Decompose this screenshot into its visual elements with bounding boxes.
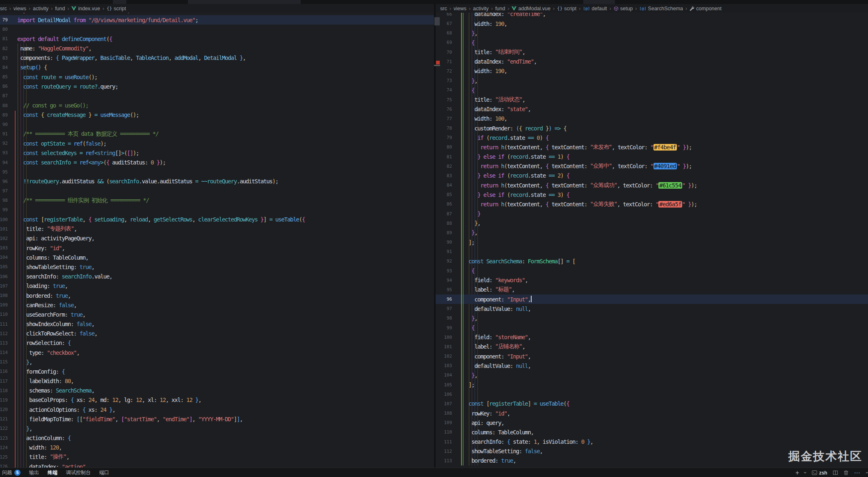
line-number[interactable]: 105	[436, 380, 452, 390]
line-number[interactable]: 113	[436, 456, 452, 466]
code-line-left-103[interactable]: 103rowKey: "id",	[0, 243, 434, 253]
scrollbar-thumb[interactable]	[434, 17, 440, 25]
line-number[interactable]: 84	[436, 180, 452, 190]
code-line-right-97[interactable]: 97defaultValue: null,	[436, 304, 868, 313]
code-line-left-122[interactable]: 122},	[0, 424, 434, 433]
panel-tab-终端[interactable]: 终端	[48, 469, 57, 476]
code-line-right-111[interactable]: 111searchInfo: { state: 1, isViolation: …	[436, 437, 868, 447]
code-line-left-106[interactable]: 106searchInfo: searchInfo.value,	[0, 272, 434, 281]
code-line-left-116[interactable]: 116formConfig: {	[0, 367, 434, 376]
line-number[interactable]: 121	[0, 414, 8, 424]
code-line-right-94[interactable]: 94field: "keywords",	[436, 276, 868, 285]
line-number[interactable]: 79	[0, 15, 8, 25]
breadcrumb-item-component[interactable]: component	[690, 6, 722, 11]
breadcrumb-item-script[interactable]: {}script	[557, 6, 576, 11]
line-number[interactable]: 104	[0, 253, 8, 262]
line-number[interactable]: 111	[436, 437, 452, 447]
line-number[interactable]: 83	[436, 171, 452, 180]
breadcrumb-item-addmodal-vue[interactable]: addModal.vue	[512, 6, 550, 11]
line-number[interactable]: 122	[0, 424, 8, 433]
line-number[interactable]: 79	[436, 133, 452, 142]
line-number[interactable]: 81	[0, 34, 8, 43]
code-line-left-120[interactable]: 120actionColOptions: { xs: 24 },	[0, 405, 434, 414]
code-line-left-112[interactable]: 112clickToRowSelect: false,	[0, 329, 434, 338]
line-number[interactable]: 108	[436, 409, 452, 418]
line-number[interactable]: 77	[436, 114, 452, 123]
line-number[interactable]: 93	[0, 148, 8, 157]
breadcrumb-item-src[interactable]: src	[0, 6, 7, 11]
code-line-right-68[interactable]: 68},	[436, 28, 868, 38]
line-number[interactable]: 87	[436, 209, 452, 218]
line-number[interactable]: 88	[436, 219, 452, 228]
line-number[interactable]: 82	[436, 162, 452, 171]
code-line-right-71[interactable]: 71dataIndex: "endTime",	[436, 57, 868, 66]
code-line-right-98[interactable]: 98},	[436, 313, 868, 323]
line-number[interactable]: 107	[436, 399, 452, 409]
trash-button[interactable]	[843, 470, 849, 475]
code-line-left-89[interactable]: 89const { createMessage } = useMessage()…	[0, 110, 434, 120]
breadcrumb-item-activity[interactable]: activity	[473, 6, 489, 11]
line-number[interactable]: 112	[0, 329, 8, 338]
code-line-right-95[interactable]: 95label: "标题",	[436, 285, 868, 294]
code-line-right-76[interactable]: 76dataIndex: "state",	[436, 105, 868, 114]
code-line-left-107[interactable]: 107loading: true,	[0, 281, 434, 291]
line-number[interactable]: 86	[436, 199, 452, 209]
line-number[interactable]: 92	[436, 256, 452, 266]
code-line-right-90[interactable]: 90];	[436, 237, 868, 247]
code-line-left-111[interactable]: 111showIndexColumn: false,	[0, 319, 434, 329]
line-number[interactable]: 115	[0, 357, 8, 367]
code-line-right-79[interactable]: 79if (record.state == 0) {	[436, 133, 868, 142]
code-line-left-90[interactable]: 90	[0, 120, 434, 129]
code-line-left-102[interactable]: 102api: activityPageQuery,	[0, 234, 434, 243]
chevron-up-button[interactable]: ›	[866, 470, 867, 476]
code-line-right-69[interactable]: 69{	[436, 38, 868, 47]
line-number[interactable]: 89	[0, 110, 8, 120]
code-line-right-106[interactable]: 106	[436, 390, 868, 399]
line-number[interactable]: 98	[0, 196, 8, 205]
line-number[interactable]: 101	[436, 342, 452, 351]
line-number[interactable]: 93	[436, 266, 452, 275]
line-number[interactable]: 109	[0, 300, 8, 310]
line-number[interactable]: 109	[436, 418, 452, 427]
code-line-left-113[interactable]: 113rowSelection: {	[0, 338, 434, 348]
code-line-left-125[interactable]: 125title: "操作",	[0, 452, 434, 462]
line-number[interactable]: 73	[436, 76, 452, 85]
line-number[interactable]: 92	[0, 139, 8, 148]
panel-tab-问题[interactable]: 问题5	[2, 469, 21, 476]
line-number[interactable]: 90	[0, 120, 8, 129]
breadcrumb-item-setup[interactable]: setup	[614, 6, 633, 11]
line-number[interactable]: 81	[436, 152, 452, 161]
code-line-left-98[interactable]: 98/** ========== 组件实例 初始化 ========== */	[0, 196, 434, 205]
line-number[interactable]: 85	[0, 72, 8, 82]
code-line-left-93[interactable]: 93const selectedKeys = ref<string[]>([])…	[0, 148, 434, 157]
line-number[interactable]: 111	[0, 319, 8, 329]
code-line-right-83[interactable]: 83} else if (record.state == 2) {	[436, 171, 868, 180]
line-number[interactable]: 96	[0, 177, 8, 186]
line-number[interactable]: 84	[0, 63, 8, 72]
line-number[interactable]: 112	[436, 447, 452, 456]
line-number[interactable]: 99	[0, 205, 8, 215]
breadcrumb-item-fund[interactable]: fund	[495, 6, 505, 11]
line-number[interactable]: 106	[436, 390, 452, 399]
line-number[interactable]: 82	[0, 44, 8, 53]
panel-tab-输出[interactable]: 输出	[29, 469, 39, 476]
line-number[interactable]: 102	[0, 234, 8, 243]
code-line-left-115[interactable]: 115},	[0, 357, 434, 367]
code-line-left-87[interactable]: 87	[0, 91, 434, 100]
code-line-right-82[interactable]: 82return h(textContent, { textContent: "…	[436, 162, 868, 171]
code-line-right-81[interactable]: 81} else if (record.state == 1) {	[436, 152, 868, 161]
line-number[interactable]: 96	[436, 294, 452, 304]
code-line-right-96[interactable]: 96component: "Input",	[436, 294, 868, 304]
line-number[interactable]: 99	[436, 323, 452, 333]
breadcrumb-item-searchschema[interactable]: [@]SearchSchema	[639, 6, 683, 11]
code-line-right-80[interactable]: 80return h(textContent, { textContent: "…	[436, 142, 868, 152]
code-line-left-101[interactable]: 101title: "专题列表",	[0, 224, 434, 234]
code-line-right-78[interactable]: 78customRender: ({ record }) => {	[436, 123, 868, 133]
code-line-left-82[interactable]: 82name: "HaggleCommodity",	[0, 44, 434, 53]
code-line-left-119[interactable]: 119baseColProps: { xs: 24, md: 12, lg: 1…	[0, 395, 434, 405]
code-line-left-79[interactable]: 79import DetailModal from "/@/views/mark…	[0, 15, 434, 25]
line-number[interactable]: 110	[0, 310, 8, 319]
chevron-down-button[interactable]: ›	[804, 470, 806, 476]
code-line-left-110[interactable]: 110useSearchForm: true,	[0, 310, 434, 319]
line-number[interactable]: 78	[436, 123, 452, 133]
